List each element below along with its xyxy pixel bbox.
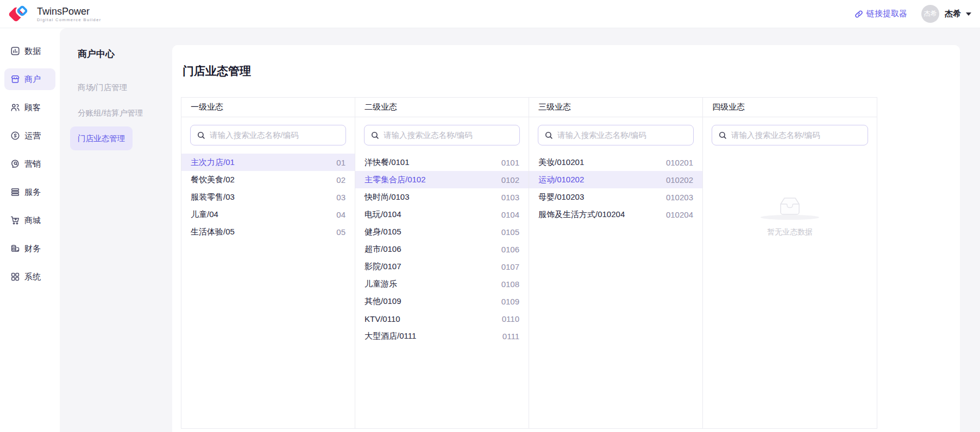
search-box	[712, 125, 868, 145]
sidebar-item-operations[interactable]: 运营	[4, 125, 55, 147]
column-search	[181, 117, 355, 150]
header-right: 链接提取器 杰希 杰希	[855, 5, 971, 23]
empty-state: 暂无业态数据	[703, 196, 877, 237]
column-header: 二级业态	[355, 98, 529, 117]
category-code: 0104	[501, 210, 519, 219]
column-header: 一级业态	[181, 98, 355, 117]
search-box	[364, 125, 520, 145]
sidebar-item-data[interactable]: 数据	[4, 40, 55, 62]
category-row[interactable]: 母婴/010203 010203	[529, 188, 702, 206]
sidebar-item-label: 商城	[24, 215, 41, 226]
column-header: 三级业态	[529, 98, 702, 117]
category-name: 餐饮美食/02	[191, 175, 235, 185]
category-row[interactable]: KTV/0110 0110	[355, 310, 529, 327]
sidebar-item-customers[interactable]: 顾客	[4, 97, 55, 118]
category-code: 05	[336, 227, 345, 237]
link-extractor-button[interactable]: 链接提取器	[855, 9, 907, 19]
username: 杰希	[945, 9, 961, 19]
main-card: 门店业态管理 一级业态 主次力店/01 01 餐饮美食/02 02 服装零售/0…	[172, 45, 960, 432]
sidebar-item-mall[interactable]: 商城	[4, 209, 55, 231]
category-row[interactable]: 儿童/04 04	[181, 206, 355, 223]
search-icon	[371, 131, 379, 139]
column-search	[355, 117, 529, 150]
search-box	[190, 125, 346, 145]
category-row[interactable]: 影院/0107 0107	[355, 258, 529, 275]
app-root: TwinsPower Digital Commerce Builder 链接提取…	[0, 0, 980, 432]
category-name: 母婴/010203	[538, 192, 584, 202]
column-header: 四级业态	[703, 98, 877, 117]
chevron-down-icon[interactable]	[966, 12, 971, 16]
category-code: 0101	[501, 158, 519, 167]
category-code: 0111	[502, 332, 519, 341]
submenu-item-store-business-type-management[interactable]: 门店业态管理	[70, 126, 133, 150]
category-code: 010201	[666, 158, 693, 167]
category-name: KTV/0110	[365, 314, 400, 323]
submenu-item-ledger-settlement-management[interactable]: 分账组/结算户管理	[70, 101, 150, 125]
category-name: 其他/0109	[365, 296, 401, 307]
category-row[interactable]: 服饰及生活方式/010204 010204	[529, 206, 702, 223]
category-name: 运动/010202	[538, 175, 584, 185]
chart-icon	[10, 46, 20, 56]
app-header: TwinsPower Digital Commerce Builder 链接提取…	[0, 0, 980, 28]
brand-text: TwinsPower Digital Commerce Builder	[37, 6, 102, 22]
submenu-item-mall-store-management[interactable]: 商场/门店管理	[70, 75, 135, 99]
brand-tagline: Digital Commerce Builder	[37, 17, 102, 22]
category-row[interactable]: 儿童游乐 0108	[355, 275, 529, 293]
sidebar-item-label: 营销	[24, 159, 41, 169]
category-name: 快时尚/0103	[365, 192, 410, 202]
category-row[interactable]: 运动/010202 010202	[529, 171, 702, 188]
sidebar-item-label: 运营	[24, 131, 41, 141]
sidebar-item-marketing[interactable]: 营销	[4, 153, 55, 175]
category-row[interactable]: 健身/0105 0105	[355, 223, 529, 240]
category-code: 010203	[666, 193, 693, 202]
marketing-icon	[10, 159, 20, 169]
sidebar-item-label: 系统	[24, 272, 41, 282]
shop-icon	[10, 74, 20, 84]
submenu-list: 商场/门店管理 分账组/结算户管理 门店业态管理	[60, 75, 172, 150]
category-row[interactable]: 电玩/0104 0104	[355, 206, 529, 223]
search-input[interactable]	[210, 131, 339, 139]
category-row[interactable]: 服装零售/03 03	[181, 188, 355, 206]
category-row[interactable]: 洋快餐/0101 0101	[355, 154, 529, 171]
category-row[interactable]: 主次力店/01 01	[181, 154, 355, 171]
search-icon	[719, 131, 727, 139]
sidebar-item-finance[interactable]: 财务	[4, 238, 55, 259]
category-code: 02	[336, 175, 345, 185]
twinspower-logo-icon	[9, 4, 32, 24]
search-input[interactable]	[731, 131, 861, 139]
customers-icon	[10, 103, 20, 112]
category-code: 010204	[666, 210, 693, 219]
category-row[interactable]: 其他/0109 0109	[355, 293, 529, 310]
content-canvas: 商户中心 商场/门店管理 分账组/结算户管理 门店业态管理 门店业态管理 一级业…	[60, 28, 980, 432]
sidebar-item-system[interactable]: 系统	[4, 266, 55, 288]
category-row[interactable]: 美妆/010201 010201	[529, 154, 702, 171]
sidebar-item-merchant[interactable]: 商户	[4, 68, 55, 90]
sidebar-item-label: 数据	[24, 46, 41, 56]
category-code: 0103	[501, 193, 519, 202]
avatar[interactable]: 杰希	[921, 5, 939, 23]
category-name: 超市/0106	[365, 244, 401, 255]
sidebar-item-services[interactable]: 服务	[4, 181, 55, 203]
category-row[interactable]: 快时尚/0103 0103	[355, 188, 529, 206]
finance-icon	[10, 244, 20, 253]
brand-name: TwinsPower	[37, 6, 102, 17]
category-row[interactable]: 大型酒店/0111 0111	[355, 327, 529, 345]
category-row[interactable]: 超市/0106 0106	[355, 240, 529, 258]
category-code: 0105	[501, 227, 519, 237]
category-code: 0108	[501, 279, 519, 289]
category-name: 儿童/04	[191, 209, 218, 220]
category-name: 健身/0105	[365, 227, 401, 237]
column-list: 美妆/010201 010201 运动/010202 010202 母婴/010…	[529, 150, 702, 428]
category-code: 010202	[666, 175, 693, 185]
category-row[interactable]: 餐饮美食/02 02	[181, 171, 355, 188]
search-input[interactable]	[557, 131, 687, 139]
system-icon	[10, 272, 20, 282]
search-box	[538, 125, 694, 145]
category-row[interactable]: 生活体验/05 05	[181, 223, 355, 240]
column-search	[529, 117, 702, 150]
category-row[interactable]: 主零集合店/0102 0102	[355, 171, 529, 188]
category-code: 0102	[501, 175, 519, 185]
category-code: 04	[336, 210, 345, 219]
column-list: 主次力店/01 01 餐饮美食/02 02 服装零售/03 03 儿童/04 0…	[181, 150, 355, 428]
search-input[interactable]	[384, 131, 513, 139]
